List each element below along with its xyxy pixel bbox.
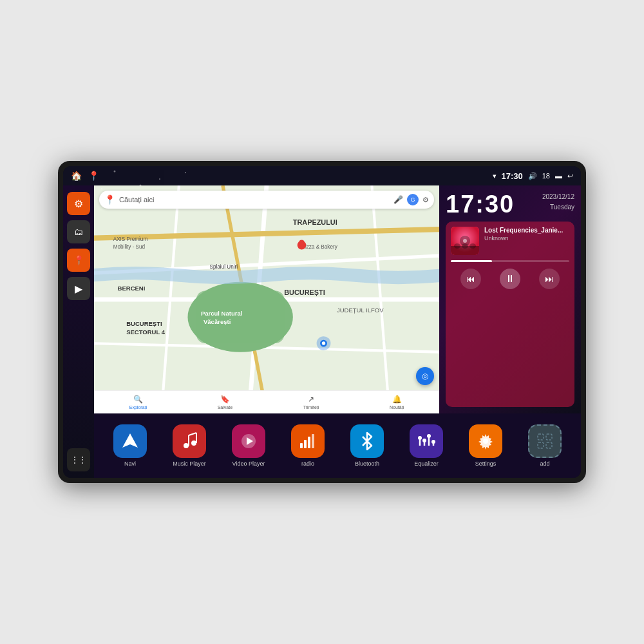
- svg-text:Pizza & Bakery: Pizza & Bakery: [301, 244, 337, 250]
- maps-icon[interactable]: 📍: [88, 171, 99, 181]
- svg-text:BUCUREȘTI: BUCUREȘTI: [126, 320, 162, 327]
- screen: 🏠 📍 ▾ 17:30 🔊 18 ▬ ↩ ⚙ 🗂: [63, 166, 581, 478]
- day-value: Tuesday: [542, 202, 574, 213]
- music-progress-fill: [451, 260, 492, 262]
- radio-icon: [291, 424, 325, 458]
- album-art-svg: [451, 227, 479, 255]
- music-note-svg: [180, 431, 199, 451]
- sidebar-settings-btn[interactable]: ⚙: [67, 192, 90, 215]
- battery-icon: ▬: [555, 172, 562, 180]
- bluetooth-icon: [350, 424, 384, 458]
- svg-text:TRAPEZULUI: TRAPEZULUI: [293, 218, 337, 226]
- video-play-svg: [239, 431, 258, 451]
- app-video-player[interactable]: Video Player: [232, 424, 265, 467]
- svg-point-43: [184, 443, 189, 448]
- map-saved-btn[interactable]: 🔖 Salvate: [218, 395, 232, 410]
- prev-button[interactable]: ⏮: [460, 269, 481, 289]
- equalizer-svg: [417, 431, 436, 451]
- app-music-player[interactable]: Music Player: [173, 424, 206, 467]
- right-panel: 17:30 2023/12/12 Tuesday: [439, 185, 581, 413]
- location-icon: 📍: [73, 255, 84, 265]
- sidebar-nav-btn[interactable]: ▶: [67, 277, 90, 300]
- map-search-text[interactable]: Căutați aici: [119, 196, 390, 204]
- date-value: 2023/12/12: [542, 192, 574, 202]
- svg-text:AXIS Premium: AXIS Premium: [113, 236, 148, 242]
- settings-gear-svg: [476, 431, 495, 451]
- svg-line-47: [189, 433, 196, 435]
- target-icon: ◎: [422, 372, 428, 381]
- mic-icon[interactable]: 🎤: [393, 195, 403, 204]
- settings-icon: [469, 424, 502, 458]
- svg-text:Văcărești: Văcărești: [204, 318, 231, 325]
- add-label: add: [540, 460, 549, 467]
- settings-label: Settings: [475, 460, 497, 467]
- back-icon[interactable]: ↩: [567, 172, 573, 180]
- music-player-icon: [173, 424, 206, 458]
- equalizer-icon: [410, 424, 443, 458]
- status-bar: 🏠 📍 ▾ 17:30 🔊 18 ▬ ↩: [63, 166, 581, 185]
- map-explore-btn[interactable]: 🔍 Explorați: [129, 395, 147, 410]
- app-radio[interactable]: radio: [291, 424, 325, 467]
- maps-logo-icon: 📍: [104, 194, 115, 205]
- svg-text:Parcul Natural: Parcul Natural: [201, 310, 243, 317]
- map-news-btn[interactable]: 🔔 Noutăți: [390, 395, 404, 410]
- grid-icon: ⋮⋮: [71, 456, 86, 464]
- next-button[interactable]: ⏭: [539, 269, 560, 289]
- map-bottom-bar: 🔍 Explorați 🔖 Salvate ↗ Trimiteți: [94, 390, 439, 413]
- svg-point-37: [463, 239, 467, 243]
- sidebar: ⚙ 🗂 📍 ▶ ⋮⋮: [63, 185, 94, 478]
- explore-icon: 🔍: [133, 395, 143, 404]
- svg-point-27: [322, 341, 325, 345]
- gear-icon: ⚙: [74, 198, 83, 210]
- user-avatar[interactable]: G: [407, 194, 419, 205]
- files-icon: 🗂: [74, 227, 83, 237]
- map-share-btn[interactable]: ↗ Trimiteți: [303, 395, 319, 410]
- add-icon: [528, 424, 562, 458]
- navi-arrow-svg: [120, 431, 140, 451]
- video-player-label: Video Player: [232, 460, 265, 467]
- video-player-icon: [232, 424, 265, 458]
- car-stereo-device: 🏠 📍 ▾ 17:30 🔊 18 ▬ ↩ ⚙ 🗂: [58, 161, 586, 483]
- music-track-row: Lost Frequencies_Janie... Unknown: [451, 227, 569, 255]
- app-equalizer[interactable]: Equalizer: [410, 424, 443, 467]
- svg-text:BUCUREȘTI: BUCUREȘTI: [284, 289, 325, 296]
- nav-arrow-icon: ▶: [75, 283, 82, 295]
- svg-text:Splaiul Uniri: Splaiul Uniri: [210, 264, 238, 270]
- svg-text:JUDEȚUL ILFOV: JUDEȚUL ILFOV: [337, 307, 384, 314]
- svg-point-41: [469, 243, 476, 249]
- status-time: 17:30: [502, 171, 523, 181]
- music-progress-bar[interactable]: [451, 260, 569, 262]
- svg-rect-10: [196, 290, 284, 343]
- settings-map-icon[interactable]: ⚙: [422, 196, 429, 204]
- app-navi[interactable]: Navi: [113, 424, 147, 467]
- sidebar-location-btn[interactable]: 📍: [67, 249, 90, 272]
- share-icon: ↗: [308, 395, 314, 404]
- sidebar-files-btn[interactable]: 🗂: [67, 220, 90, 243]
- saved-label: Salvate: [218, 405, 232, 410]
- saved-icon: 🔖: [220, 395, 230, 404]
- home-icon[interactable]: 🏠: [71, 171, 82, 181]
- locate-fab[interactable]: ◎: [416, 367, 434, 385]
- svg-rect-64: [546, 434, 552, 440]
- map-search-bar[interactable]: 📍 Căutați aici 🎤 G ⚙: [99, 191, 434, 209]
- app-bluetooth[interactable]: Bluetooth: [350, 424, 384, 467]
- app-add[interactable]: add: [528, 424, 562, 467]
- pause-button[interactable]: ⏸: [500, 269, 520, 289]
- app-settings[interactable]: Settings: [469, 424, 502, 467]
- news-icon: 🔔: [392, 395, 402, 404]
- music-info: Lost Frequencies_Janie... Unknown: [484, 227, 569, 242]
- svg-text:SECTORUL 4: SECTORUL 4: [126, 328, 166, 336]
- music-player-card: Lost Frequencies_Janie... Unknown ⏮ ⏸ ⏭: [446, 222, 574, 407]
- top-row: TRAPEZULUI Splaiul Uniri BERCENI BUCUREȘ…: [94, 185, 581, 413]
- svg-point-44: [191, 440, 196, 446]
- album-art: [451, 227, 479, 255]
- svg-point-40: [462, 243, 468, 249]
- svg-rect-51: [304, 440, 307, 448]
- add-grid-svg: [535, 431, 554, 451]
- news-label: Noutăți: [390, 405, 404, 410]
- sidebar-apps-btn[interactable]: ⋮⋮: [67, 448, 90, 471]
- center-area: TRAPEZULUI Splaiul Uniri BERCENI BUCUREȘ…: [94, 185, 581, 478]
- main-area: ⚙ 🗂 📍 ▶ ⋮⋮: [63, 185, 581, 478]
- svg-marker-42: [122, 433, 138, 448]
- map-container[interactable]: TRAPEZULUI Splaiul Uniri BERCENI BUCUREȘ…: [94, 185, 439, 413]
